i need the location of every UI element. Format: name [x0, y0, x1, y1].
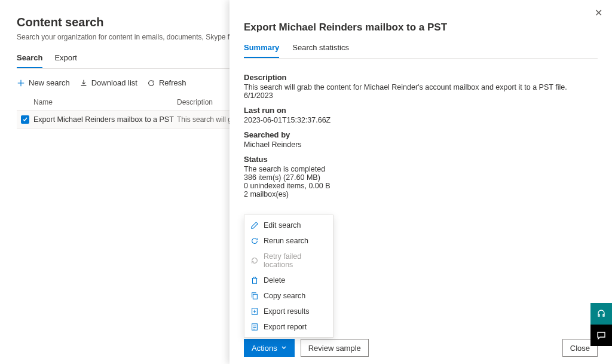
- rerun-icon: [250, 237, 259, 245]
- lastrun-value: 2023-06-01T15:32:37.66Z: [244, 116, 598, 124]
- review-sample-label: Review sample: [308, 344, 361, 353]
- close-label: Close: [570, 344, 590, 353]
- headset-icon: [596, 309, 606, 319]
- download-list-label: Download list: [91, 78, 137, 87]
- download-list-button[interactable]: Download list: [79, 78, 137, 87]
- actions-button[interactable]: Actions: [244, 339, 295, 357]
- new-search-button[interactable]: New search: [17, 78, 70, 87]
- chevron-down-icon: [281, 345, 287, 351]
- lastrun-label: Last run on: [244, 106, 598, 115]
- menu-export-report[interactable]: Export report: [244, 319, 333, 335]
- status-label: Status: [244, 155, 598, 164]
- new-search-label: New search: [29, 78, 70, 87]
- row-checkbox[interactable]: [21, 115, 29, 124]
- menu-retry-label: Retry failed locations: [264, 252, 327, 269]
- refresh-label: Refresh: [159, 78, 186, 87]
- download-icon: [79, 79, 88, 87]
- refresh-icon: [147, 79, 155, 87]
- menu-delete[interactable]: Delete: [244, 273, 333, 288]
- menu-edit-label: Edit search: [264, 221, 301, 230]
- panel-title: Export Michael Reinders mailbox to a PST: [244, 22, 598, 33]
- actions-label: Actions: [252, 344, 277, 353]
- svg-rect-0: [253, 294, 257, 299]
- row-name: Export Michael Reinders mailbox to a PST: [33, 115, 177, 124]
- check-icon: [22, 117, 28, 123]
- help-button[interactable]: [590, 303, 612, 325]
- panel-tabs: Summary Search statistics: [244, 42, 598, 59]
- page-root: Content search Search your organization …: [0, 0, 612, 364]
- menu-rerun-label: Rerun search: [264, 237, 308, 245]
- tab-summary[interactable]: Summary: [244, 42, 279, 58]
- refresh-button[interactable]: Refresh: [147, 78, 186, 87]
- searchedby-label: Searched by: [244, 130, 598, 139]
- menu-retry-failed: Retry failed locations: [244, 249, 333, 273]
- tab-export[interactable]: Export: [54, 51, 77, 68]
- close-icon[interactable]: ✕: [595, 7, 602, 19]
- status-values: The search is completed 386 item(s) (27.…: [244, 165, 598, 198]
- menu-rerun-search[interactable]: Rerun search: [244, 233, 333, 249]
- export-report-icon: [250, 323, 259, 331]
- description-value: This search will grab the content for Mi…: [244, 83, 598, 100]
- searchedby-value: Michael Reinders: [244, 140, 598, 149]
- th-check: [17, 98, 33, 106]
- details-panel: ✕ Export Michael Reinders mailbox to a P…: [230, 0, 612, 364]
- description-label: Description: [244, 73, 598, 82]
- menu-edit-search[interactable]: Edit search: [244, 218, 333, 233]
- tab-search-statistics[interactable]: Search statistics: [292, 42, 349, 58]
- export-results-icon: [250, 307, 259, 316]
- review-sample-button[interactable]: Review sample: [301, 339, 369, 357]
- th-name: Name: [33, 98, 177, 106]
- status-line-4: 2 mailbox(es): [244, 190, 598, 198]
- tab-search[interactable]: Search: [17, 51, 42, 68]
- actions-menu: Edit search Rerun search Retry failed lo…: [244, 215, 333, 338]
- menu-export-report-label: Export report: [264, 323, 307, 331]
- feedback-button[interactable]: [590, 325, 612, 346]
- menu-copy-label: Copy search: [264, 292, 305, 300]
- menu-copy-search[interactable]: Copy search: [244, 288, 333, 304]
- retry-icon: [250, 256, 259, 265]
- row-checkbox-cell: [17, 115, 33, 124]
- menu-export-results[interactable]: Export results: [244, 304, 333, 319]
- menu-delete-label: Delete: [264, 276, 285, 285]
- pencil-icon: [250, 221, 259, 230]
- trash-icon: [250, 276, 259, 285]
- plus-icon: [17, 79, 25, 87]
- status-line-3: 0 unindexed items, 0.00 B: [244, 182, 598, 190]
- menu-export-results-label: Export results: [264, 307, 309, 316]
- status-line-1: The search is completed: [244, 165, 598, 173]
- side-buttons: [590, 303, 612, 346]
- status-line-2: 386 item(s) (27.60 MB): [244, 173, 598, 182]
- th-description: Description: [177, 98, 213, 106]
- feedback-icon: [596, 331, 606, 340]
- copy-icon: [250, 292, 259, 300]
